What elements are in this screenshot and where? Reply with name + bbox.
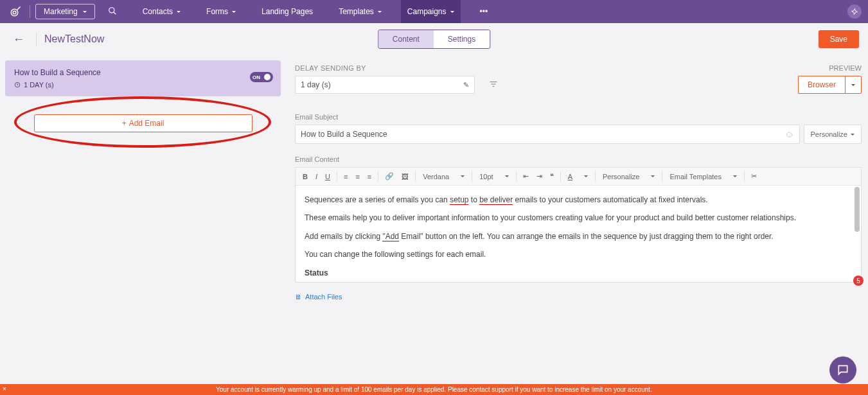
chevron-down-icon xyxy=(83,11,87,13)
edit-icon: ✎ xyxy=(463,81,469,89)
chat-button[interactable] xyxy=(829,356,856,383)
image-button[interactable]: 🖼 xyxy=(398,171,412,182)
content-settings-tabs: Content Settings xyxy=(378,30,490,49)
filter-icon[interactable] xyxy=(489,80,498,91)
italic-button[interactable]: I xyxy=(312,171,321,182)
left-pane: How to Build a Sequence 1 DAY (s) ON + A… xyxy=(0,55,286,395)
text-color-button[interactable]: A xyxy=(564,171,592,182)
personalize-select[interactable]: Personalize xyxy=(599,171,659,182)
app-switcher-label: Marketing xyxy=(44,7,78,16)
chevron-down-icon xyxy=(851,134,855,136)
chevron-down-icon xyxy=(378,11,382,13)
editor-body[interactable]: Sequences are a series of emails you can… xyxy=(296,186,861,282)
nav-contacts[interactable]: Contacts xyxy=(136,0,187,23)
sequence-toggle[interactable]: ON xyxy=(250,72,273,82)
personalize-button[interactable]: Personalize xyxy=(804,125,862,144)
nav-templates[interactable]: Templates xyxy=(332,0,388,23)
subject-label: Email Subject xyxy=(295,113,862,121)
bold-button[interactable]: B xyxy=(299,171,311,182)
nav-forms[interactable]: Forms xyxy=(200,0,242,23)
email-editor: B I U ≡ ≡ ≡ 🔗 🖼 Verdana 10pt ⇤ ⇥ ❝ A xyxy=(295,167,862,283)
chevron-down-icon xyxy=(177,11,181,13)
quote-button[interactable]: ❝ xyxy=(547,170,557,182)
align-center-button[interactable]: ≡ xyxy=(352,171,362,182)
file-icon: 🗎 xyxy=(295,293,302,301)
search-icon[interactable] xyxy=(108,6,117,17)
svg-line-4 xyxy=(113,12,116,14)
sequence-title: How to Build a Sequence xyxy=(14,68,272,77)
indent-right-button[interactable]: ⇥ xyxy=(533,170,545,182)
app-switcher[interactable]: Marketing xyxy=(35,4,95,19)
save-button[interactable]: Save xyxy=(819,30,859,48)
error-count-badge[interactable]: 5 xyxy=(853,276,864,286)
page-title: NewTestNow xyxy=(44,33,104,45)
topbar: Marketing Contacts Forms Landing Pages T… xyxy=(0,0,868,23)
plus-icon: + xyxy=(122,119,127,128)
tab-content[interactable]: Content xyxy=(378,30,434,48)
sequence-card[interactable]: How to Build a Sequence 1 DAY (s) ON xyxy=(5,60,281,96)
nav-more[interactable]: ••• xyxy=(474,0,495,23)
toggle-knob xyxy=(264,74,270,80)
divider xyxy=(36,32,37,46)
right-pane: DELAY SENDING BY 1 day (s) ✎ PREVIEW Bro… xyxy=(286,55,868,395)
subject-input[interactable] xyxy=(301,130,784,139)
svg-point-3 xyxy=(109,7,114,12)
delay-select[interactable]: 1 day (s) ✎ xyxy=(295,76,475,94)
close-icon[interactable]: × xyxy=(3,385,6,392)
preview-label: PREVIEW xyxy=(798,64,862,72)
align-left-button[interactable]: ≡ xyxy=(341,171,351,182)
footer-warning: × Your account is currently warming up a… xyxy=(0,384,868,395)
nav-landing-pages[interactable]: Landing Pages xyxy=(255,0,319,23)
app-logo[interactable] xyxy=(6,6,24,17)
templates-select[interactable]: Email Templates xyxy=(666,171,741,182)
divider xyxy=(30,5,30,18)
clock-icon xyxy=(14,82,21,88)
size-select[interactable]: 10pt xyxy=(475,171,512,182)
underline-button[interactable]: U xyxy=(322,171,333,182)
editor-toolbar: B I U ≡ ≡ ≡ 🔗 🖼 Verdana 10pt ⇤ ⇥ ❝ A xyxy=(296,168,861,186)
attach-files-link[interactable]: 🗎 Attach Files xyxy=(295,293,862,301)
content-label: Email Content xyxy=(295,155,862,163)
body: How to Build a Sequence 1 DAY (s) ON + A… xyxy=(0,55,868,395)
svg-point-5 xyxy=(853,10,856,13)
emoji-icon[interactable]: ☺ xyxy=(784,129,793,139)
link-button[interactable]: 🔗 xyxy=(382,170,397,182)
chevron-down-icon xyxy=(232,11,236,13)
tab-settings[interactable]: Settings xyxy=(434,30,490,48)
svg-point-0 xyxy=(11,9,18,16)
page-header: ← NewTestNow Content Settings Save xyxy=(0,23,868,55)
font-select[interactable]: Verdana xyxy=(419,171,468,182)
indent-left-button[interactable]: ⇤ xyxy=(520,170,532,182)
cut-button[interactable]: ✂ xyxy=(748,170,760,182)
main-nav: Contacts Forms Landing Pages Templates C… xyxy=(136,0,494,23)
delay-label: DELAY SENDING BY xyxy=(295,64,475,72)
chevron-down-icon xyxy=(450,11,454,13)
nav-campaigns[interactable]: Campaigns xyxy=(401,0,461,23)
add-email-button[interactable]: + Add Email xyxy=(34,114,252,132)
svg-line-2 xyxy=(17,7,20,10)
subject-input-wrap: ☺ xyxy=(295,125,800,144)
align-right-button[interactable]: ≡ xyxy=(364,171,375,182)
svg-point-1 xyxy=(13,11,16,14)
back-button[interactable]: ← xyxy=(9,33,28,46)
chevron-down-icon xyxy=(851,84,855,86)
sequence-delay: 1 DAY (s) xyxy=(14,81,272,89)
preview-browser-button[interactable]: Browser xyxy=(798,76,845,94)
scrollbar[interactable] xyxy=(855,187,860,232)
preview-dropdown[interactable] xyxy=(845,76,862,94)
avatar[interactable] xyxy=(847,4,862,19)
